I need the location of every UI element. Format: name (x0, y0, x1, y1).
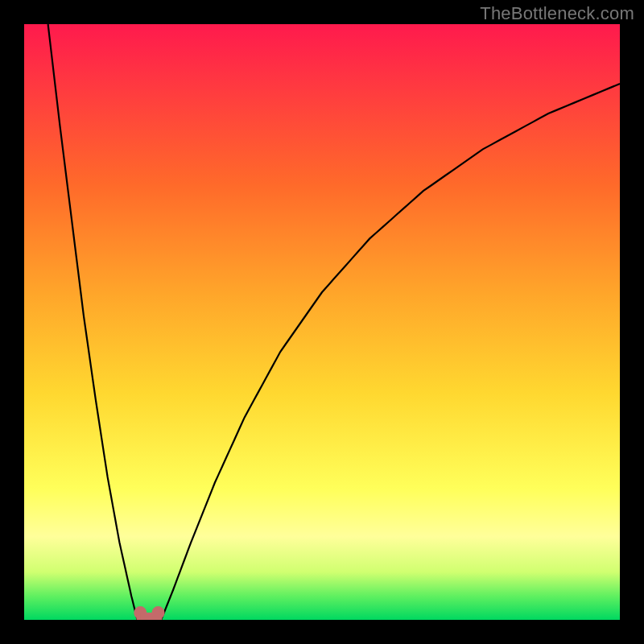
plot-area (24, 24, 620, 620)
chart-frame: TheBottleneck.com (0, 0, 644, 644)
chart-svg (24, 24, 620, 620)
marker-group (134, 606, 164, 620)
bottleneck-curve (48, 24, 620, 620)
curve-group (48, 24, 620, 620)
valley-connector (140, 613, 158, 620)
watermark-text: TheBottleneck.com (480, 3, 634, 24)
